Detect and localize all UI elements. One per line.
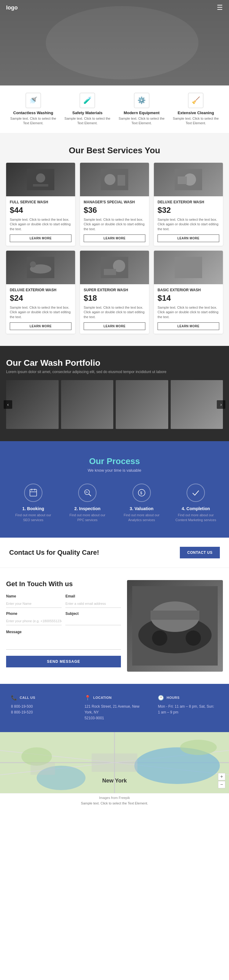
service-4-desc: Sample text. Click to select the text bo…	[84, 305, 145, 319]
process-3-desc: Find out more about our Content Marketin…	[174, 513, 217, 522]
svg-rect-30	[151, 611, 199, 620]
process-0-num: 1. Booking	[22, 506, 44, 511]
portfolio-subtitle: Lorem ipsum dolor sit amet, consectetur …	[6, 370, 223, 374]
process-1-desc: Find out more about our PPC services	[66, 513, 109, 522]
service-card-0: Full Service Wash $44 Sample text. Click…	[6, 163, 75, 246]
info-box-location: 📍 Location 121 Rock Street, 21 Avenue, N…	[80, 690, 149, 726]
service-5-name: Basic Exterior Wash	[157, 288, 219, 292]
portfolio-img-4	[171, 380, 223, 429]
call-line-0: 8 800-19-500	[11, 704, 71, 710]
process-2-num: 3. Valuation	[130, 506, 154, 511]
service-2-desc: Sample text. Click to select the text bo…	[157, 217, 219, 231]
inspection-icon	[78, 484, 97, 502]
portfolio-section: Our Car Wash Portfolio Lorem ipsum dolor…	[0, 346, 229, 441]
svg-point-41	[180, 740, 217, 755]
hours-title: Hours	[167, 696, 180, 700]
info-box-call: 📞 Call Us 8 800-19-500 8 800-19-520	[6, 690, 76, 726]
process-step-valuation: $ 3. Valuation Find out more about our A…	[120, 484, 163, 522]
svg-point-32	[186, 630, 201, 646]
service-5-btn[interactable]: Learn More	[157, 322, 219, 330]
form-group-email: Email	[65, 594, 121, 608]
form-row-name-email: Name Email	[6, 594, 121, 608]
hamburger-menu[interactable]: ☰	[217, 4, 223, 11]
service-0-price: $44	[10, 205, 72, 215]
zoom-in-btn[interactable]: +	[218, 773, 225, 780]
svg-rect-14	[104, 269, 116, 275]
service-4-name: Super Exterior Wash	[84, 288, 145, 292]
hours-lines: Mon - Fri: 11 am – 8 pm, Sat, Sun: 1 am …	[158, 704, 218, 715]
service-img-1	[80, 163, 149, 196]
service-card-4: Super Exterior Wash $18 Sample text. Cli…	[80, 251, 149, 334]
service-img-4	[80, 251, 149, 284]
form-row-phone-subject: Phone Subject	[6, 611, 121, 625]
contact-section: Get In Touch With us Name Email Phone Su…	[0, 568, 229, 684]
service-1-btn[interactable]: Learn More	[84, 234, 145, 242]
call-line-1: 8 800-19-520	[11, 710, 71, 715]
send-button[interactable]: Send Message	[6, 656, 121, 667]
contact-image	[127, 580, 223, 671]
equipment-icon: ⚙️	[134, 93, 149, 108]
service-4-price: $18	[84, 293, 145, 303]
info-box-hours: 🕐 Hours Mon - Fri: 11 am – 8 pm, Sat, Su…	[153, 690, 223, 726]
email-input[interactable]	[65, 600, 121, 608]
service-0-desc: Sample text. Click to select the text bo…	[10, 217, 72, 231]
service-3-btn[interactable]: Learn More	[10, 322, 72, 330]
feature-2-desc: Sample text. Click to select the Text El…	[117, 116, 166, 126]
hours-line-0: Mon - Fri: 11 am – 8 pm, Sat, Sun:	[158, 704, 218, 710]
svg-text:$: $	[140, 491, 142, 495]
service-img-3	[6, 251, 75, 284]
service-3-name: Deluxe Exterior Wash	[10, 288, 72, 292]
service-img-2	[154, 163, 223, 196]
feature-1-desc: Sample text. Click to select the Text El…	[63, 116, 112, 126]
best-services-section: Our Best Services You Full Service Wash …	[0, 134, 229, 346]
slider-right-arrow[interactable]: ›	[217, 400, 225, 409]
feature-equipment: ⚙️ Modern Equipment Sample text. Click t…	[117, 93, 166, 126]
process-step-booking: 1. Booking Find out more about our SEO s…	[12, 484, 55, 522]
cta-section: Contact Us for Quality Care! Contact Us	[0, 538, 229, 568]
service-1-name: Manager's Special Wash	[84, 200, 145, 204]
completion-icon	[186, 484, 205, 502]
portfolio-img-2	[61, 380, 114, 429]
svg-rect-2	[33, 184, 48, 186]
slider-left-arrow[interactable]: ‹	[4, 400, 12, 409]
location-line-0: 121 Rock Street, 21 Avenue, New York, NY	[84, 704, 145, 715]
process-subtitle: We know your time is valuable	[6, 468, 223, 473]
portfolio-img-1	[6, 380, 59, 429]
message-input[interactable]	[6, 635, 121, 650]
phone-input[interactable]	[6, 617, 62, 625]
service-4-btn[interactable]: Learn More	[84, 322, 145, 330]
images-credit: Images from Freepik	[6, 796, 223, 800]
subject-input[interactable]	[65, 617, 121, 625]
call-lines: 8 800-19-500 8 800-19-520	[11, 704, 71, 715]
cta-button[interactable]: Contact Us	[180, 547, 220, 558]
map-placeholder: New York + −	[0, 732, 229, 793]
service-1-desc: Sample text. Click to select the text bo…	[84, 217, 145, 231]
process-step-inspection: 2. Inspection Find out more about our PP…	[66, 484, 109, 522]
name-input[interactable]	[6, 600, 62, 608]
service-img-5	[154, 251, 223, 284]
message-label: Message	[6, 630, 22, 634]
location-lines: 121 Rock Street, 21 Avenue, New York, NY…	[84, 704, 145, 721]
cleaning-icon: 🧹	[188, 93, 204, 108]
site-header: logo ☰	[0, 0, 229, 15]
feature-safety: 🧪 Safety Materials Sample text. Click to…	[63, 93, 112, 126]
location-line-1: 52103-9001	[84, 715, 145, 721]
service-5-desc: Sample text. Click to select the text bo…	[157, 305, 219, 319]
process-3-num: 4. Completion	[182, 506, 210, 511]
info-boxes: 📞 Call Us 8 800-19-500 8 800-19-520 📍 Lo…	[0, 684, 229, 732]
service-card-2: Deluxe Exterior Wash $32 Sample text. Cl…	[154, 163, 223, 246]
svg-rect-17	[30, 489, 37, 496]
service-0-name: Full Service Wash	[10, 200, 72, 204]
svg-rect-42	[92, 754, 137, 772]
portfolio-title: Our Car Wash Portfolio	[6, 358, 223, 368]
phone-label: Phone	[6, 611, 62, 616]
map-section: New York + −	[0, 732, 229, 793]
service-0-btn[interactable]: Learn More	[10, 234, 72, 242]
zoom-out-btn[interactable]: −	[218, 781, 225, 788]
svg-point-1	[36, 173, 45, 183]
hours-line-1: 1 am – 9 pm	[158, 710, 218, 715]
hours-header: 🕐 Hours	[158, 695, 218, 701]
service-2-btn[interactable]: Learn More	[157, 234, 219, 242]
svg-line-22	[89, 494, 91, 496]
process-steps: 1. Booking Find out more about our SEO s…	[6, 484, 223, 522]
